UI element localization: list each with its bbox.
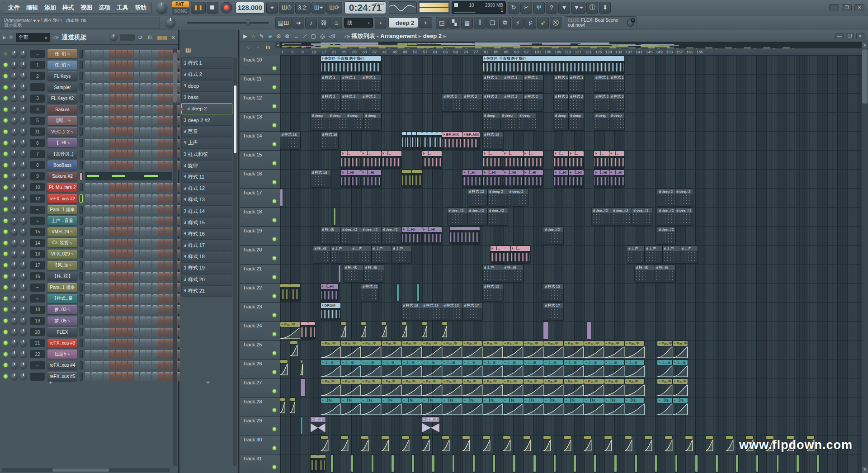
track-header[interactable]: Track 11··· (240, 75, 280, 93)
pattern-clip[interactable]: ∃样式 1 (341, 75, 361, 92)
channel-name-button[interactable]: 【风..ls∿ (47, 261, 77, 270)
step-button[interactable] (165, 217, 170, 225)
channel-select-strip[interactable] (80, 261, 83, 270)
track-name[interactable]: Track 11 (240, 75, 280, 81)
pattern-clip[interactable]: ∃样式 2 (503, 94, 523, 111)
automation-clip[interactable]: ⌁上..量 (422, 360, 442, 377)
paint-icon[interactable]: ▰ (268, 33, 272, 39)
automation-clip[interactable] (543, 436, 551, 453)
step-button[interactable] (140, 317, 146, 325)
pattern-clip[interactable]: ∃样式 18 (402, 303, 422, 320)
step-button[interactable] (104, 350, 109, 359)
channel-select-strip[interactable] (80, 328, 83, 336)
channel-number[interactable]: 3 (30, 95, 45, 103)
channel-number[interactable]: -- (30, 361, 45, 369)
step-button[interactable] (104, 372, 109, 381)
step-button[interactable] (134, 183, 139, 192)
channel-volume-knob[interactable] (20, 128, 27, 135)
automation-clip[interactable] (382, 436, 389, 453)
mini-clip[interactable] (513, 455, 515, 472)
step-button[interactable] (91, 239, 97, 247)
channel-mute-led[interactable] (4, 174, 8, 178)
channel-pan-knob[interactable] (11, 106, 18, 113)
pattern-clip[interactable]: ∃样式 18 (280, 132, 300, 149)
step-button[interactable] (116, 194, 121, 203)
automation-clip[interactable]: ⌁Par..率 (543, 341, 563, 358)
step-button[interactable] (85, 217, 90, 225)
step-button[interactable] (91, 250, 97, 258)
channel-volume-knob[interactable] (20, 362, 27, 369)
track-name[interactable]: Track 25 (240, 341, 280, 347)
step-button[interactable] (146, 294, 151, 303)
pattern-clip[interactable]: ∃dee..#2 (632, 208, 652, 225)
step-button[interactable] (116, 272, 121, 281)
automation-clip[interactable]: ⌁Par..率 (584, 341, 604, 358)
oscilloscope[interactable] (389, 1, 417, 14)
automation-clip[interactable]: ⌁上..量 (361, 360, 381, 377)
step-button[interactable] (122, 261, 127, 270)
channel-pan-knob[interactable] (11, 51, 18, 57)
pattern-clip[interactable]: ∃柱..弦 (635, 265, 655, 282)
channel-select-strip[interactable] (80, 50, 83, 58)
automation-clip[interactable]: ⌁Pa..率 (402, 379, 422, 396)
track-enable-led[interactable] (273, 142, 276, 146)
track-lane[interactable] (280, 454, 862, 473)
pattern-item[interactable]: ∃样式 1 (181, 57, 232, 69)
fly-icon[interactable]: ➶ (537, 17, 549, 28)
channel-number[interactable]: 14 (30, 239, 45, 247)
step-button[interactable] (158, 61, 164, 69)
channel-number[interactable]: 5 (30, 117, 45, 125)
pattern-clip[interactable]: ∃样式 1 (483, 75, 503, 92)
step-button[interactable] (140, 94, 146, 103)
audio-clip[interactable]: ⏵BP..MIX (442, 132, 462, 149)
audio-clip[interactable] (308, 322, 316, 339)
channel-volume-knob[interactable] (20, 140, 27, 147)
main-volume-slider[interactable] (187, 22, 269, 24)
pattern-item[interactable]: ∃deep 2 (181, 103, 232, 114)
track-header[interactable]: Track 27··· (240, 378, 280, 397)
pattern-selector[interactable]: deep 2 (388, 17, 418, 28)
mini-clip[interactable] (331, 455, 333, 472)
step-button[interactable] (165, 83, 170, 92)
step-button[interactable] (146, 250, 151, 258)
step-button[interactable] (122, 161, 127, 170)
step-button[interactable] (85, 50, 90, 58)
channel-pan-knob[interactable] (11, 151, 18, 157)
channel-number[interactable]: 10 (30, 183, 45, 191)
play-icon[interactable]: ▶ (243, 33, 247, 39)
pattern-item[interactable]: ∃上声 (181, 137, 232, 148)
channel-select-strip[interactable] (80, 139, 83, 147)
stop-button[interactable] (207, 2, 218, 14)
automation-clip[interactable] (604, 436, 612, 453)
step-button[interactable] (165, 283, 170, 292)
step-button[interactable] (146, 50, 151, 58)
pattern-clip[interactable]: ∃dee..#2 (612, 208, 632, 225)
step-button[interactable] (104, 50, 109, 58)
channel-select-strip[interactable] (80, 61, 83, 69)
step-button[interactable] (109, 83, 115, 92)
step-button[interactable] (104, 328, 109, 336)
step-button[interactable] (91, 150, 97, 158)
channel-pan-knob[interactable] (11, 240, 18, 246)
automation-clip[interactable]: ⌁Par..率 (503, 341, 523, 358)
step-button[interactable] (165, 128, 170, 136)
channel-name-button[interactable]: VEC..)_2∿ (47, 127, 77, 136)
channel-volume-knob[interactable] (20, 173, 27, 180)
pattern-clip[interactable]: ∃样式 1 (594, 75, 609, 92)
step-button[interactable] (91, 72, 97, 80)
step-button[interactable] (140, 72, 146, 80)
pattern-clip[interactable]: ∃dee..#2 (657, 227, 675, 244)
step-button[interactable] (91, 317, 97, 325)
automation-clip[interactable]: ⌁Pa..率 (321, 379, 341, 396)
automation-clip[interactable] (290, 398, 295, 415)
pattern-clip[interactable]: ∃deep 2 (508, 189, 528, 206)
step-button[interactable] (91, 272, 97, 281)
mini-clip[interactable] (655, 455, 657, 472)
help-icon[interactable]: ? (546, 2, 557, 14)
channel-mute-led[interactable] (4, 319, 8, 323)
step-button[interactable] (158, 83, 164, 92)
pattern-clip[interactable]: ∃柱..弦 (655, 265, 675, 282)
step-button[interactable] (122, 350, 127, 359)
menu-item-3[interactable]: 样式 (59, 4, 77, 12)
step-button[interactable] (97, 350, 103, 359)
